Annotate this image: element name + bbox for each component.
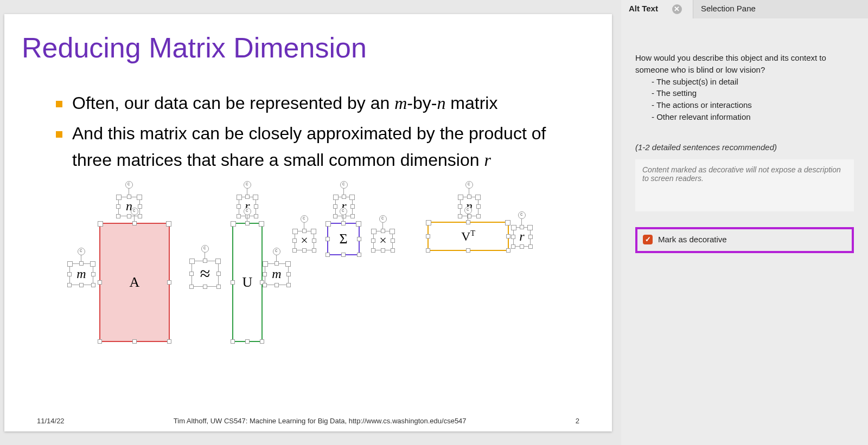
checkbox-checked-icon[interactable]: ✓	[643, 235, 653, 244]
alt-text-input[interactable]	[635, 159, 854, 211]
bullet-2: And this matrix can be closely approxima…	[56, 120, 579, 174]
var-r: r	[484, 150, 490, 170]
text: How would you describe this object and i…	[635, 52, 854, 76]
recommendation-text: (1-2 detailed sentences recommended)	[635, 143, 854, 152]
matrix-A[interactable]: A	[99, 223, 170, 342]
close-icon[interactable]: ✕	[672, 4, 682, 14]
matrix-Sigma[interactable]: Σ	[327, 223, 360, 255]
matrix-U[interactable]: U	[232, 223, 263, 342]
label-m-u[interactable]: m	[265, 263, 289, 285]
mark-decorative-label: Mark as decorative	[658, 235, 727, 244]
panel-tabs: Alt Text ✕ Selection Pane	[621, 0, 868, 18]
text: Σ	[339, 231, 347, 247]
slide-canvas[interactable]: Reducing Matrix Dimension Often, our dat…	[4, 14, 612, 431]
bullet-list: Often, our data can be represented by an…	[4, 74, 612, 174]
slide-footer: 11/14/22 Tim Althoff, UW CS547: Machine …	[4, 417, 612, 425]
slide-title: Reducing Matrix Dimension	[4, 14, 612, 74]
text: - The subject(s) in detail	[635, 76, 854, 88]
alt-text-prompt: How would you describe this object and i…	[635, 52, 854, 123]
label-times-1[interactable]: ×	[295, 231, 314, 250]
text: r	[519, 229, 524, 244]
text: m	[272, 267, 281, 281]
var-m: m	[394, 93, 407, 113]
text: - The actions or interactions	[635, 99, 854, 111]
var-n: n	[437, 93, 445, 113]
alt-text-panel: Alt Text ✕ Selection Pane How would you …	[621, 0, 868, 445]
bullet-1: Often, our data can be represented by an…	[56, 90, 579, 117]
footer-page: 2	[576, 417, 579, 425]
matrix-VT[interactable]: VT	[427, 222, 509, 251]
text: V	[461, 229, 470, 243]
text: Often, our data can be represented by an	[72, 93, 394, 113]
text: matrix	[445, 93, 497, 113]
text: A	[130, 274, 140, 291]
text: ×	[301, 233, 308, 248]
text: T	[470, 229, 475, 237]
text: m	[76, 267, 86, 281]
label-approx[interactable]: ≈	[192, 261, 219, 287]
text: ≈	[200, 263, 210, 284]
text: U	[242, 274, 253, 291]
tab-label: Alt Text	[629, 4, 658, 13]
bullet-marker	[56, 101, 62, 107]
mark-decorative-row[interactable]: ✓ Mark as decorative	[635, 227, 854, 253]
tab-selection-pane[interactable]: Selection Pane	[693, 0, 868, 18]
text: - Other relevant information	[635, 111, 854, 123]
bullet-marker	[56, 131, 62, 138]
panel-body: How would you describe this object and i…	[621, 18, 868, 253]
text: ×	[379, 233, 387, 248]
text: -by-	[407, 93, 437, 113]
tab-alt-text[interactable]: Alt Text ✕	[621, 0, 667, 18]
label-m[interactable]: m	[69, 263, 93, 285]
label-times-2[interactable]: ×	[373, 231, 393, 250]
tab-label: Selection Pane	[701, 4, 756, 13]
label-r-v[interactable]: r	[513, 227, 531, 247]
footer-middle: Tim Althoff, UW CS547: Machine Learning …	[65, 417, 576, 425]
text: - The setting	[635, 87, 854, 99]
footer-date: 11/14/22	[37, 417, 65, 425]
text: And this matrix can be closely approxima…	[72, 124, 546, 170]
svd-diagram[interactable]: m n A ≈ r U	[69, 179, 612, 353]
